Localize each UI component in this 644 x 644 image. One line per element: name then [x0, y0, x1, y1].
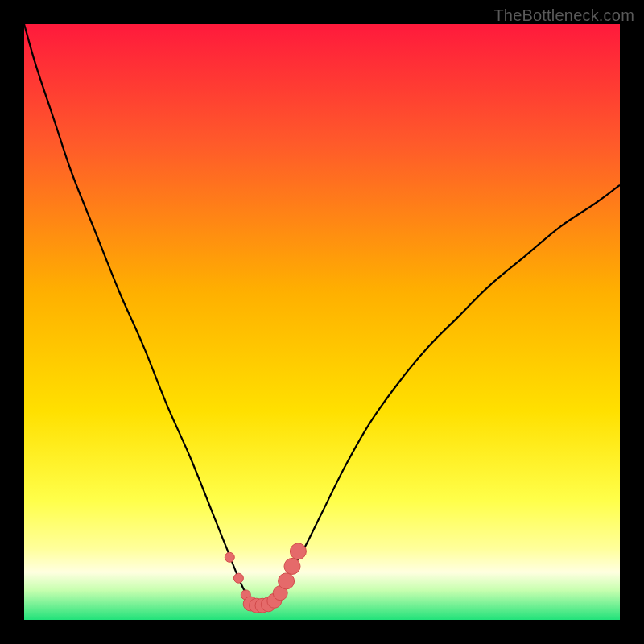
curve-marker: [279, 573, 295, 589]
curve-marker: [225, 552, 234, 562]
curve-marker: [233, 573, 243, 583]
curve-marker: [284, 558, 300, 574]
curve-marker: [290, 543, 306, 559]
curve-path: [24, 24, 620, 606]
plot-area: [24, 24, 620, 620]
watermark: TheBottleneck.com: [493, 6, 634, 25]
chart-frame: TheBottleneck.com: [0, 0, 644, 644]
bottleneck-curve: [24, 24, 620, 620]
